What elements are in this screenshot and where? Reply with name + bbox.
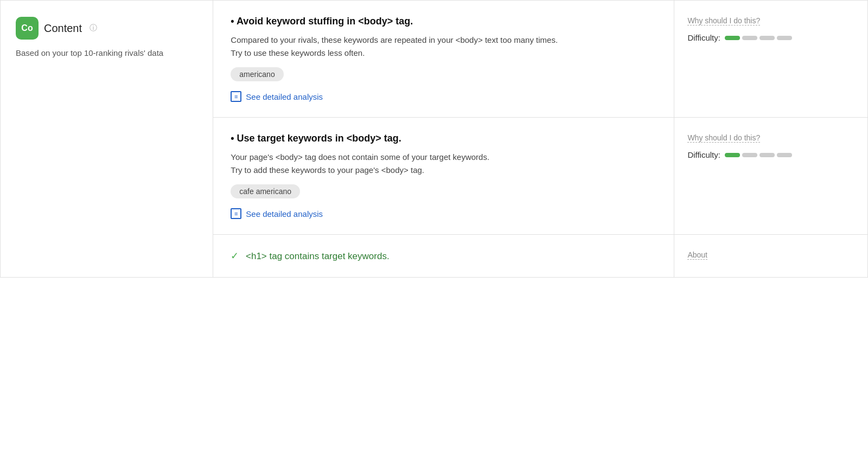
row3-right: About — [674, 235, 868, 278]
bar-seg-1-row2 — [725, 153, 740, 157]
left-panel: Co Content ⓘ Based on your top 10-rankin… — [1, 1, 213, 278]
why-link-row2[interactable]: Why should I do this? — [687, 133, 760, 143]
panel-title: Content — [44, 22, 82, 35]
difficulty-row1: Difficulty: — [687, 33, 854, 42]
why-link-row1[interactable]: Why should I do this? — [687, 16, 760, 25]
brand-badge: Co Content ⓘ — [16, 17, 197, 40]
row3-middle: ✓ <h1> tag contains target keywords. — [213, 235, 674, 278]
difficulty-row2: Difficulty: — [687, 150, 854, 159]
keyword-tag-row1: americano — [231, 67, 283, 81]
bar-seg-4-row2 — [777, 153, 792, 157]
panel-description: Based on your top 10-ranking rivals' dat… — [16, 47, 197, 60]
difficulty-bar-row1 — [725, 36, 792, 40]
difficulty-label-row1: Difficulty: — [687, 33, 720, 42]
row2-right: Why should I do this? Difficulty: — [674, 118, 868, 235]
about-link-row3[interactable]: About — [687, 250, 707, 260]
doc-icon-row1 — [231, 91, 241, 102]
bar-seg-2-row1 — [742, 36, 757, 40]
bar-seg-3-row1 — [760, 36, 775, 40]
keyword-tag-row2: cafe americano — [231, 184, 300, 198]
rec-title-row1: • Avoid keyword stuffing in <body> tag. — [231, 16, 656, 27]
bar-seg-4-row1 — [777, 36, 792, 40]
see-analysis-link-row1[interactable]: See detailed analysis — [231, 91, 656, 102]
difficulty-bar-row2 — [725, 153, 792, 157]
difficulty-label-row2: Difficulty: — [687, 150, 720, 159]
row1-middle: • Avoid keyword stuffing in <body> tag. … — [213, 1, 674, 118]
row1-right: Why should I do this? Difficulty: — [674, 1, 868, 118]
bar-seg-1-row1 — [725, 36, 740, 40]
bar-seg-2-row2 — [742, 153, 757, 157]
see-analysis-link-row2[interactable]: See detailed analysis — [231, 208, 656, 219]
rec-desc-row2: Your page's <body> tag does not contain … — [231, 151, 656, 177]
success-title-row3: ✓ <h1> tag contains target keywords. — [231, 250, 656, 262]
rec-title-row2: • Use target keywords in <body> tag. — [231, 133, 656, 144]
bar-seg-3-row2 — [760, 153, 775, 157]
row2-middle: • Use target keywords in <body> tag. You… — [213, 118, 674, 235]
checkmark-icon: ✓ — [231, 250, 239, 261]
info-icon[interactable]: ⓘ — [90, 23, 97, 33]
doc-icon-row2 — [231, 208, 241, 219]
rec-desc-row1: Compared to your rivals, these keywords … — [231, 34, 656, 60]
content-badge-icon: Co — [16, 17, 39, 40]
